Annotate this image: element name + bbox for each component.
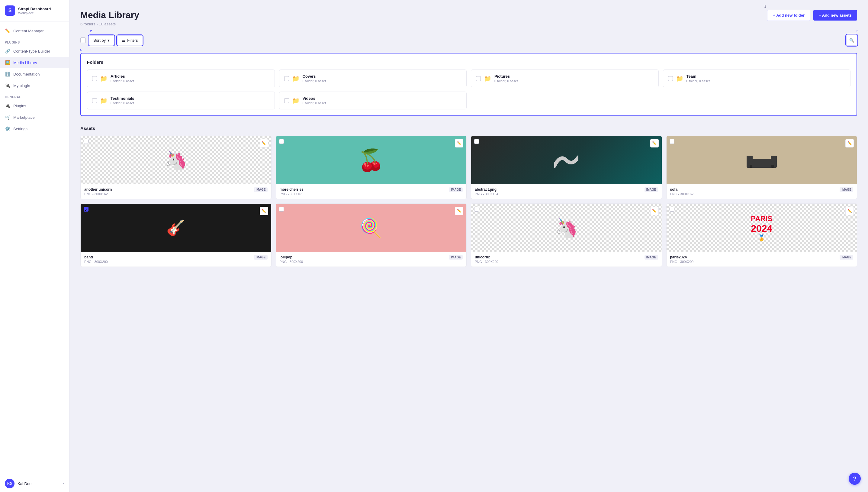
unicorn-emoji-1: 🦄 <box>165 150 187 171</box>
username: Kai Doe <box>18 482 31 486</box>
asset-type-more-cherries: IMAGE <box>449 187 463 192</box>
folder-videos[interactable]: 📁 Videos 0 folder, 0 asset <box>279 92 467 109</box>
asset-meta-lollipop: PNG - 300X200 <box>280 260 303 264</box>
asset-edit-btn-more-cherries[interactable]: ✏️ <box>455 139 463 147</box>
paris2024-graphic: PARIS 2024 🏅 <box>751 215 772 242</box>
asset-checkbox-unicorn2[interactable] <box>474 207 479 212</box>
folder-checkbox-covers[interactable] <box>284 76 289 81</box>
folders-section: 4 Folders 📁 Articles 0 folder, 0 asset 📁… <box>80 53 857 116</box>
asset-card-more-cherries[interactable]: ✏️ 🍒 more cherries PNG - 301X161 IMAGE <box>276 136 467 199</box>
asset-type-band: IMAGE <box>254 255 268 260</box>
image-icon: 🖼️ <box>5 60 10 65</box>
asset-thumb-lollipop: ✏️ 🍭 <box>276 204 467 252</box>
add-new-folder-button[interactable]: + Add new folder <box>767 10 810 21</box>
asset-card-lollipop[interactable]: ✏️ 🍭 lollipop PNG - 300X200 IMAGE <box>276 203 467 267</box>
folder-icon-testimonials: 📁 <box>100 97 107 104</box>
sidebar-item-settings[interactable]: ⚙️ Settings <box>0 123 69 134</box>
sidebar-nav: ✏️ Content Manager PLUGINS 🔗 Content-Typ… <box>0 21 69 475</box>
add-new-assets-button[interactable]: + Add new assets <box>813 10 857 21</box>
select-all-checkbox[interactable] <box>80 38 86 43</box>
abstract-wave-svg <box>554 148 578 172</box>
asset-edit-btn-unicorn2[interactable]: ✏️ <box>650 207 659 215</box>
sidebar-footer: KD Kai Doe ‹ <box>0 475 69 492</box>
asset-card-band[interactable]: ✓ ✏️ 🎸 band PNG - 300X200 IMAGE <box>80 203 271 267</box>
main: Media Library 6 folders - 10 assets 1 + … <box>70 0 868 492</box>
asset-checkbox-lollipop[interactable] <box>279 207 284 212</box>
sidebar-label-settings: Settings <box>13 127 27 131</box>
asset-checkbox-sofa[interactable] <box>669 139 675 144</box>
folder-testimonials[interactable]: 📁 Testimonials 0 folder, 0 asset <box>87 92 275 109</box>
folder-covers[interactable]: 📁 Covers 0 folder, 0 asset <box>279 70 467 87</box>
asset-edit-btn-abstract[interactable]: ✏️ <box>650 139 659 147</box>
asset-checkbox-paris2024[interactable] <box>669 207 675 212</box>
app-logo: S <box>5 5 15 16</box>
folder-checkbox-team[interactable] <box>668 76 673 81</box>
asset-thumb-band: ✓ ✏️ 🎸 <box>81 204 271 252</box>
asset-edit-btn-lollipop[interactable]: ✏️ <box>455 207 463 215</box>
folder-name-testimonials: Testimonials <box>110 96 134 101</box>
svg-rect-1 <box>746 156 753 162</box>
asset-card-abstract[interactable]: ✏️ abstract.png PNG - 300X164 IMAGE <box>471 136 662 199</box>
step1-badge: 1 <box>764 5 766 8</box>
app-subtitle: Workplace <box>18 11 51 15</box>
asset-checkbox-more-cherries[interactable] <box>279 139 284 144</box>
band-emoji: 🎸 <box>166 219 185 237</box>
folder-meta-testimonials: 0 folder, 0 asset <box>110 101 134 105</box>
asset-name-band: band <box>84 255 108 259</box>
asset-edit-btn-another-unicorn[interactable]: ✏️ <box>260 139 268 147</box>
folder-meta-videos: 0 folder, 0 asset <box>303 101 326 105</box>
sidebar-item-documentation[interactable]: ℹ️ Documentation <box>0 68 69 80</box>
sidebar-label-content-manager: Content Manager <box>13 29 44 33</box>
folder-team[interactable]: 📁 Team 0 folder, 0 asset <box>663 70 851 87</box>
sort-by-button[interactable]: Sort by ▾ <box>89 35 114 45</box>
svg-rect-4 <box>771 165 774 168</box>
svg-rect-2 <box>771 156 777 162</box>
svg-rect-3 <box>749 165 752 168</box>
asset-edit-btn-paris2024[interactable]: ✏️ <box>845 207 854 215</box>
sidebar-item-media-library[interactable]: 🖼️ Media Library <box>0 57 69 68</box>
asset-meta-sofa: PNG - 300X162 <box>670 192 694 196</box>
folder-checkbox-pictures[interactable] <box>476 76 481 81</box>
asset-name-lollipop: lollipop <box>280 255 303 259</box>
folder-checkbox-articles[interactable] <box>92 76 97 81</box>
asset-checkbox-band[interactable]: ✓ <box>84 207 88 212</box>
filters-button[interactable]: ☰ Filters <box>117 35 142 45</box>
folder-icon-articles: 📁 <box>100 75 107 82</box>
sidebar-label-content-type-builder: Content-Type Builder <box>13 49 50 53</box>
asset-meta-unicorn2: PNG - 300X200 <box>475 260 498 264</box>
help-button[interactable]: ? <box>849 473 861 485</box>
folder-meta-covers: 0 folder, 0 asset <box>303 79 326 83</box>
asset-footer-band: band PNG - 300X200 IMAGE <box>81 252 271 267</box>
folder-meta-team: 0 folder, 0 asset <box>686 79 710 83</box>
search-button[interactable]: 🔍 <box>846 35 857 46</box>
folder-name-covers: Covers <box>303 74 326 79</box>
page-title: Media Library <box>80 10 139 21</box>
asset-checkbox-another-unicorn[interactable] <box>84 139 88 144</box>
asset-card-unicorn2[interactable]: ✏️ 🦄 unicorn2 PNG - 300X200 IMAGE <box>471 203 662 267</box>
page-header: Media Library 6 folders - 10 assets 1 + … <box>80 10 857 26</box>
sidebar-item-content-manager[interactable]: ✏️ Content Manager <box>0 25 69 36</box>
sidebar-item-content-type-builder[interactable]: 🔗 Content-Type Builder <box>0 45 69 57</box>
folder-checkbox-testimonials[interactable] <box>92 98 97 103</box>
sidebar-item-my-plugin[interactable]: 🔌 My plugin <box>0 80 69 91</box>
folder-checkbox-videos[interactable] <box>284 98 289 103</box>
asset-checkbox-abstract[interactable] <box>474 139 479 144</box>
asset-edit-btn-band[interactable]: ✏️ <box>260 207 268 215</box>
asset-footer-paris2024: paris2024 PNG - 300X200 IMAGE <box>666 252 857 267</box>
pencil-icon: ✏️ <box>5 28 10 33</box>
toolbar: 2 Sort by ▾ ☰ Filters 3 🔍 <box>80 35 857 46</box>
user-profile[interactable]: KD Kai Doe <box>5 479 31 488</box>
sidebar-label-my-plugin: My plugin <box>13 83 30 88</box>
asset-meta-another-unicorn: PNG - 300X162 <box>84 192 112 196</box>
folder-articles[interactable]: 📁 Articles 0 folder, 0 asset <box>87 70 275 87</box>
sidebar-item-marketplace[interactable]: 🛒 Marketplace <box>0 112 69 123</box>
asset-card-paris2024[interactable]: ✏️ PARIS 2024 🏅 paris2024 PNG - 300X200 … <box>666 203 858 267</box>
sidebar-label-marketplace: Marketplace <box>13 115 35 120</box>
folder-pictures[interactable]: 📁 Pictures 0 folder, 0 asset <box>471 70 659 87</box>
asset-edit-btn-sofa[interactable]: ✏️ <box>845 139 854 147</box>
asset-card-sofa[interactable]: ✏️ sofa PNG - 300X162 <box>666 136 858 199</box>
asset-card-another-unicorn[interactable]: ✏️ 🦄 another unicorn PNG - 300X162 IMAGE <box>80 136 271 199</box>
asset-type-another-unicorn: IMAGE <box>254 187 268 192</box>
chevron-left-icon[interactable]: ‹ <box>63 482 64 486</box>
sidebar-item-plugins[interactable]: 🔌 Plugins <box>0 100 69 112</box>
